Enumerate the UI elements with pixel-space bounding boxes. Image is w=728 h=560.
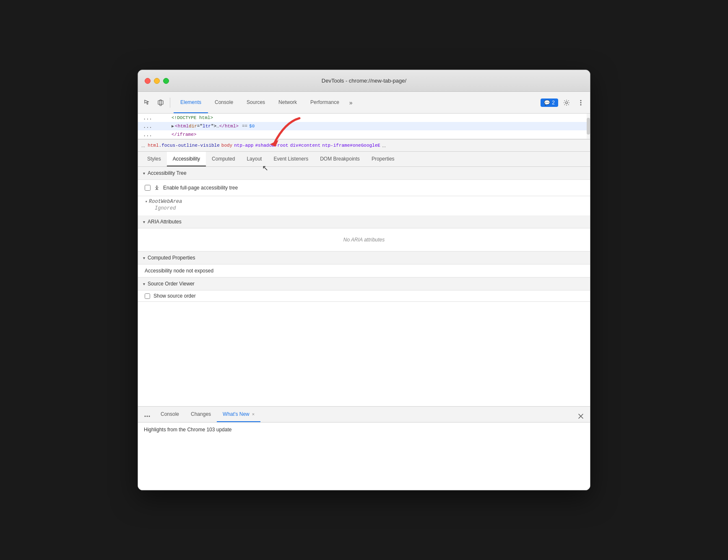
close-bottom-panel-button[interactable] [575,410,587,422]
devtools-container: Elements Console Sources Network Perform… [138,92,590,490]
expand-html[interactable]: ▶ [172,124,174,129]
more-options-button[interactable] [575,97,587,109]
computed-properties-content: Accessibility node not exposed [138,264,590,277]
devtools-window: DevTools - chrome://new-tab-page/ Elemen… [138,70,590,490]
tab-network[interactable]: Network [272,92,304,113]
enable-accessibility-checkbox[interactable] [145,185,151,191]
enable-accessibility-label: Enable full-page accessibility tree [163,185,238,191]
computed-properties-section-header[interactable]: ▾ Computed Properties [138,251,590,264]
breadcrumb-container: ... html.focus-outline-visible body ntp-… [138,139,590,152]
svg-point-5 [580,104,582,105]
no-aria-text: No ARIA attributes [145,232,583,248]
close-button[interactable] [145,78,151,84]
bottom-tab-console[interactable]: Console [155,407,185,422]
html-panel: ... <!DOCTYPE html> ... ▶ <html dir =" l… [138,114,590,139]
root-web-area-section: ▾ RootWebArea Ignored [138,196,590,215]
source-order-triangle-icon: ▾ [143,282,145,286]
source-order-row: Show source order [138,290,590,302]
bottom-tab-changes[interactable]: Changes [185,407,217,422]
breadcrumb-bar: ... html.focus-outline-visible body ntp-… [138,139,590,152]
tab-console[interactable]: Console [208,92,240,113]
source-order-section-header[interactable]: ▾ Source Order Viewer [138,277,590,290]
chevron-down-icon: ▾ [145,199,147,204]
bottom-tab-whats-new[interactable]: What's New × [217,407,260,422]
panel-tab-styles[interactable]: Styles [141,152,167,166]
aria-attributes-label: ARIA Attributes [148,219,182,225]
breadcrumb-html[interactable]: html.focus-outline-visible [148,143,220,148]
accessibility-tree-section-header[interactable]: ▾ Accessibility Tree [138,167,590,180]
svg-point-3 [580,100,582,101]
doctype-text: <!DOCTYPE html> [172,115,213,120]
accessibility-icon [154,185,160,191]
html-line-html[interactable]: ... ▶ <html dir =" ltr "> … </html> == $… [138,122,590,130]
html-open-tag: <html [175,124,189,129]
minimize-button[interactable] [154,78,160,84]
show-source-order-label: Show source order [153,293,196,299]
tab-performance[interactable]: Performance [304,92,346,113]
accessibility-tree-content: Enable full-page accessibility tree [138,180,590,196]
panel-tab-dom-breakpoints[interactable]: DOM Breakpoints [314,152,366,166]
root-web-area-item[interactable]: ▾ RootWebArea [145,199,583,205]
main-content: ▾ Accessibility Tree Enable full-page ac… [138,167,590,406]
svg-point-10 [149,416,150,417]
titlebar: DevTools - chrome://new-tab-page/ [138,70,590,92]
device-toolbar-button[interactable] [155,97,166,109]
computed-properties-label: Computed Properties [148,255,195,261]
source-order-label: Source Order Viewer [148,281,195,287]
bottom-dots-button[interactable] [141,410,153,422]
main-tab-bar: Elements Console Sources Network Perform… [174,92,539,113]
enable-accessibility-row: Enable full-page accessibility tree [145,183,583,192]
accessibility-tree-label: Accessibility Tree [148,170,187,176]
svg-point-4 [580,102,582,103]
line-dots-1[interactable]: ... [143,115,152,121]
svg-point-9 [147,416,148,417]
panel-tab-computed[interactable]: Computed [206,152,241,166]
bottom-panel: Console Changes What's New × Highlights … [138,406,590,490]
toolbar-divider [170,98,170,108]
breadcrumb-div-content[interactable]: div#content [290,143,321,148]
inspect-element-button[interactable] [141,97,153,109]
panel-tab-event-listeners[interactable]: Event Listeners [268,152,314,166]
tab-sources[interactable]: Sources [240,92,272,113]
html-line-iframe[interactable]: ... </iframe> [138,130,590,139]
html-line-doctype[interactable]: ... <!DOCTYPE html> [138,114,590,122]
tab-elements[interactable]: Elements [174,92,208,113]
traffic-lights [145,78,169,84]
devtools-toolbar: Elements Console Sources Network Perform… [138,92,590,114]
breadcrumb-ntp-app[interactable]: ntp-app [234,143,253,148]
highlights-text: Highlights from the Chrome 103 update [144,427,231,433]
ignored-label: Ignored [145,205,583,213]
breadcrumb-shadow-root[interactable]: #shadow-root [255,143,288,148]
aria-triangle-icon: ▾ [143,220,145,224]
breadcrumb-body[interactable]: body [221,143,232,148]
panel-tab-layout[interactable]: Layout [241,152,268,166]
whats-new-badge[interactable]: 💬 2 [541,99,558,107]
toolbar-right: 💬 2 [541,97,587,109]
breadcrumb-start-dots[interactable]: ... [141,143,145,148]
aria-attributes-section-header[interactable]: ▾ ARIA Attributes [138,215,590,228]
more-tabs-button[interactable]: » [346,92,356,113]
svg-point-7 [156,186,158,187]
line-dots-3[interactable]: ... [143,132,152,137]
breadcrumb-ntp-iframe[interactable]: ntp-iframe#oneGoogleE [322,143,380,148]
iframe-close-tag: </iframe> [172,132,196,137]
breadcrumb-end-dots[interactable]: ... [382,143,386,148]
bottom-tabs-bar: Console Changes What's New × [138,407,590,423]
svg-rect-0 [158,101,163,104]
aria-attributes-content: No ARIA attributes [138,228,590,251]
panel-tab-accessibility[interactable]: Accessibility [167,152,206,166]
scrollbar-track [587,114,590,139]
scrollbar-thumb[interactable] [587,118,590,135]
svg-point-8 [145,416,146,417]
panel-tabs-bar: Styles Accessibility Computed Layout Eve… [138,152,590,167]
line-dots-2[interactable]: ... [143,123,152,129]
chat-icon: 💬 [544,100,550,106]
computed-triangle-icon: ▾ [143,256,145,260]
triangle-down-icon: ▾ [143,171,145,176]
whats-new-close-icon[interactable]: × [252,412,255,417]
panel-tab-properties[interactable]: Properties [366,152,400,166]
html-attr-dir: dir [189,124,197,129]
settings-button[interactable] [561,97,572,109]
maximize-button[interactable] [163,78,169,84]
show-source-order-checkbox[interactable] [145,293,150,299]
